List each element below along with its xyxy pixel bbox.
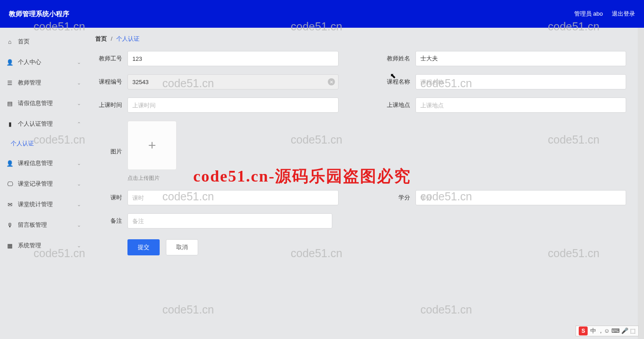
list-icon: ☰ [6,79,13,86]
header-bar: 教师管理系统小程序 管理员 abo 退出登录 [0,0,644,28]
ime-bar[interactable]: S 中 ，☺ ⌨ 🎤 ⬚ [576,326,639,336]
admin-label[interactable]: 管理员 abo [574,10,603,18]
breadcrumb-sep: / [111,35,113,42]
chevron-down-icon: ⌄ [77,222,81,228]
sidebar-item-personal-center[interactable]: 👤个人中心 ⌄ [0,52,87,72]
grid-icon: ▦ [6,242,13,249]
class-place-input[interactable] [415,97,627,113]
sidebar-item-label: 课程信息管理 [18,159,53,167]
main-content: 首页 / 个人认证 教师工号 教师姓名 课程编号 ✕ 课程名称 [87,28,644,339]
sidebar-item-label: 个人中心 [18,58,41,66]
course-name-label: 课程名称 [383,78,410,86]
sidebar-item-personal-cert-manage[interactable]: ▮个人认证管理 ⌃ [0,114,87,134]
class-time-label: 上课时间 [95,101,122,109]
sidebar-item-home[interactable]: ⌂首页 [0,31,87,52]
teacher-no-label: 教师工号 [95,55,122,63]
sidebar-item-message-board-manage[interactable]: 🎙留言板管理 ⌄ [0,215,87,235]
sidebar-item-course-info-manage[interactable]: 👤课程信息管理 ⌄ [0,153,87,174]
sidebar-item-teacher-manage[interactable]: ☰教师管理 ⌄ [0,72,87,93]
user-icon: 👤 [6,59,13,66]
credit-input[interactable] [415,190,627,205]
teacher-name-label: 教师姓名 [383,55,410,63]
chevron-down-icon: ⌄ [77,161,81,166]
sidebar-item-label: 请假信息管理 [18,99,53,107]
mic-icon: 🎙 [6,221,13,229]
submit-button[interactable]: 提交 [127,239,160,255]
mail-icon: ✉ [6,201,13,208]
chevron-down-icon: ⌄ [77,101,81,106]
doc-icon: ▤ [6,100,13,107]
sidebar-item-label: 教师管理 [18,79,41,87]
logout-link[interactable]: 退出登录 [612,10,635,18]
monitor-icon: 🖵 [6,180,13,187]
chevron-down-icon: ⌄ [77,243,81,249]
upload-hint: 点击上传图片 [127,174,160,182]
plus-icon: + [148,138,156,153]
app-title: 教师管理系统小程序 [9,10,69,18]
sidebar-item-label: 首页 [18,38,30,46]
home-icon: ⌂ [6,38,13,45]
upload-box[interactable]: + [127,121,177,170]
sidebar: ⌂首页 👤个人中心 ⌄ ☰教师管理 ⌄ ▤请假信息管理 ⌄ ▮个人认证管理 ⌃ … [0,28,87,339]
clear-icon[interactable]: ✕ [328,78,335,85]
sidebar-item-class-stats-manage[interactable]: ✉课堂统计管理 ⌄ [0,194,87,215]
breadcrumb-home[interactable]: 首页 [95,35,107,42]
sidebar-item-label: 留言板管理 [18,221,47,229]
ime-chars: 中 ，☺ ⌨ 🎤 ⬚ [590,327,636,335]
sidebar-item-label: 系统管理 [18,242,41,250]
breadcrumb: 首页 / 个人认证 [95,35,626,43]
remark-label: 备注 [95,217,122,225]
chevron-down-icon: ⌄ [77,59,81,65]
sidebar-item-leave-manage[interactable]: ▤请假信息管理 ⌄ [0,93,87,114]
sidebar-item-system-manage[interactable]: ▦系统管理 ⌄ [0,235,87,256]
scrollbar[interactable] [638,28,644,339]
sidebar-item-label: 个人认证管理 [18,120,53,128]
course-no-label: 课程编号 [95,78,122,86]
course-no-input[interactable] [127,74,339,89]
credit-label: 学分 [383,194,410,202]
hours-input[interactable] [127,190,339,205]
breadcrumb-current: 个人认证 [116,35,140,42]
ime-logo-icon: S [579,326,588,335]
user-icon: 👤 [6,160,13,167]
sidebar-item-class-record-manage[interactable]: 🖵课堂记录管理 ⌄ [0,174,87,194]
chevron-down-icon: ⌄ [77,202,81,208]
image-label: 图片 [95,148,122,156]
sidebar-sub-personal-cert[interactable]: 个人认证 [0,134,87,153]
sidebar-item-label: 课堂统计管理 [18,200,53,208]
chart-icon: ▮ [6,120,13,127]
cancel-button[interactable]: 取消 [166,239,198,255]
class-time-input[interactable] [127,97,339,113]
hours-label: 课时 [95,194,122,202]
class-place-label: 上课地点 [383,101,410,109]
sidebar-item-label: 课堂记录管理 [18,180,53,188]
course-name-input[interactable] [415,74,627,89]
teacher-no-input[interactable] [127,51,339,66]
chevron-down-icon: ⌄ [77,181,81,187]
teacher-name-input[interactable] [415,51,627,66]
chevron-up-icon: ⌃ [77,121,81,127]
remark-input[interactable] [127,213,332,229]
chevron-down-icon: ⌄ [77,80,81,86]
